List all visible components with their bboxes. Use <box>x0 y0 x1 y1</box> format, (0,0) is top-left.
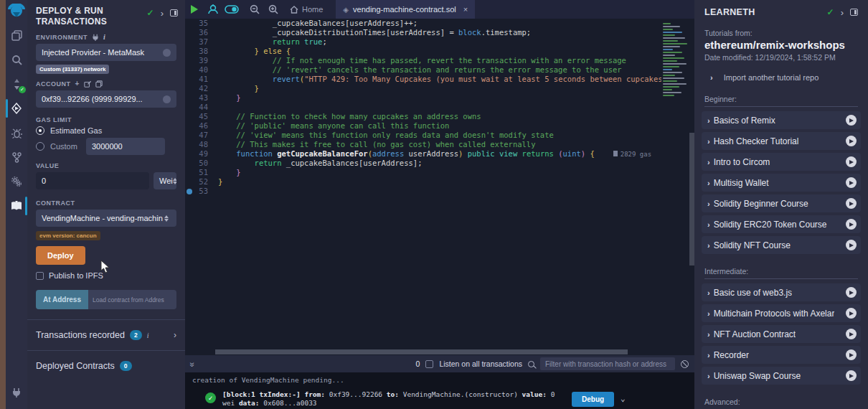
code-line[interactable]: 45 // Function to check how many cupcake… <box>185 112 661 121</box>
settings-icon[interactable] <box>6 169 27 194</box>
code-line[interactable]: 36 _cupcakeDistributionTimes[userAddress… <box>185 28 661 37</box>
code-line[interactable]: 41 revert("HTTP 429: Too Many Cupcakes (… <box>185 75 661 84</box>
code-line[interactable]: 44 <box>185 103 661 112</box>
code-line[interactable]: 39 // If not enough time has passed, rev… <box>185 56 661 65</box>
code-line[interactable]: 42 } <box>185 84 661 93</box>
search-icon[interactable] <box>6 47 27 72</box>
breakpoint-margin[interactable] <box>185 93 194 103</box>
play-icon[interactable] <box>846 308 857 319</box>
breakpoint-dot[interactable] <box>185 187 194 196</box>
tutorial-item[interactable]: ›Basic use of web3.js <box>702 283 861 301</box>
terminal-filter-input[interactable] <box>540 357 675 370</box>
remix-logo[interactable] <box>6 0 27 23</box>
code-line[interactable]: 53 <box>185 187 661 196</box>
tab-vending-machine-contract[interactable]: ◈ vending-machine-contract.sol × <box>336 0 475 19</box>
estimated-gas-option[interactable]: Estimated Gas <box>36 126 176 135</box>
tutorial-item[interactable]: ›Hash Checker Tutorial <box>702 132 861 150</box>
play-icon[interactable] <box>846 349 857 360</box>
minimap[interactable] <box>663 23 689 346</box>
learneth-pin-icon[interactable] <box>850 9 858 16</box>
breakpoint-margin[interactable] <box>185 84 194 93</box>
clear-terminal-icon[interactable] <box>681 360 689 368</box>
tutorial-item[interactable]: ›Solidity NFT Course <box>702 236 861 254</box>
run-script-button[interactable] <box>185 0 204 19</box>
plug-icon[interactable] <box>92 34 99 41</box>
custom-gas-option[interactable]: Custom <box>36 138 176 155</box>
play-icon[interactable] <box>846 219 857 230</box>
deploy-button[interactable]: Deploy <box>36 246 85 265</box>
import-tutorial-row[interactable]: › Import another tutorial repo <box>694 62 868 85</box>
transactions-expand-icon[interactable]: › <box>174 330 176 340</box>
breakpoint-margin[interactable] <box>185 131 194 140</box>
debugger-icon[interactable] <box>6 121 27 145</box>
play-icon[interactable] <box>846 177 857 188</box>
toggle-switch-icon[interactable] <box>222 0 241 19</box>
debug-button[interactable]: Debug <box>572 392 614 407</box>
code-line[interactable]: 51 } <box>185 168 661 177</box>
environment-info-icon[interactable]: i <box>103 33 105 41</box>
code-line[interactable]: 38 } else { <box>185 47 661 56</box>
account-select[interactable]: 0xf39...92266 (9999.99929... <box>36 90 176 108</box>
value-unit-select[interactable]: Wei <box>154 172 176 189</box>
terminal-expand-icon[interactable]: » <box>187 362 197 366</box>
play-icon[interactable] <box>846 329 857 339</box>
tutorial-item[interactable]: ›Basics of Remix <box>702 111 861 129</box>
learneth-icon[interactable] <box>6 194 27 218</box>
breakpoint-margin[interactable] <box>185 28 194 37</box>
code-line[interactable]: 46 // 'public' means anyone can call thi… <box>185 121 661 131</box>
breakpoint-margin[interactable] <box>185 159 194 168</box>
custom-gas-radio[interactable] <box>36 142 44 151</box>
tutorial-item[interactable]: ›Multichain Protocols with Axelar <box>702 304 861 322</box>
edit-account-icon[interactable] <box>84 80 91 88</box>
breakpoint-margin[interactable] <box>185 168 194 177</box>
estimated-gas-radio[interactable] <box>36 126 44 135</box>
play-icon[interactable] <box>846 156 857 167</box>
at-address-button[interactable]: At Address <box>36 290 88 309</box>
editor-horizontal-scrollbar[interactable] <box>215 349 628 354</box>
code-line[interactable]: 47 // 'view' means this function only re… <box>185 131 661 140</box>
code-line[interactable]: 43 } <box>185 93 661 103</box>
tab-close-icon[interactable]: × <box>463 5 468 14</box>
play-icon[interactable] <box>846 287 857 298</box>
transactions-recorded-row[interactable]: Transactions recorded 2 i › <box>27 320 185 350</box>
code-line[interactable]: 49 function getCupcakeBalanceFor(address… <box>185 149 661 159</box>
plugin-connector-icon[interactable] <box>6 380 27 405</box>
solidity-compiler-icon[interactable]: ✓ <box>6 72 27 96</box>
environment-select[interactable]: Injected Provider - MetaMask <box>36 44 176 61</box>
code-line[interactable]: 40 // 'revert' cancels the transaction a… <box>185 65 661 75</box>
code-lines[interactable]: 35 _cupcakeBalances[userAddress]++;36 _c… <box>185 19 661 349</box>
breakpoint-margin[interactable] <box>185 47 194 56</box>
code-line[interactable]: 50 return _cupcakeBalances[userAddress]; <box>185 159 661 168</box>
assistant-icon[interactable] <box>204 0 222 19</box>
tutorial-item[interactable]: ›NFT Auction Contract <box>702 325 861 343</box>
publish-ipfs-checkbox[interactable] <box>36 272 44 280</box>
deployed-contracts-row[interactable]: Deployed Contracts 0 <box>27 351 185 381</box>
value-input[interactable] <box>36 172 149 189</box>
listen-checkbox[interactable] <box>425 360 433 368</box>
code-line[interactable]: 35 _cupcakeBalances[userAddress]++; <box>185 19 661 28</box>
breakpoint-margin[interactable] <box>185 140 194 149</box>
home-tab[interactable]: Home <box>283 0 330 19</box>
panel-pin-icon[interactable] <box>170 9 178 17</box>
breakpoint-margin[interactable] <box>185 37 194 47</box>
tutorial-item[interactable]: ›Recorder <box>702 346 861 364</box>
tutorial-item[interactable]: ›Uniswap Swap Course <box>702 367 861 385</box>
tx-expand-icon[interactable]: ⌄ <box>621 394 626 403</box>
file-explorer-icon[interactable] <box>6 23 27 47</box>
zoom-in-icon[interactable] <box>264 0 283 19</box>
code-line[interactable]: 48 // This makes it free to call (no gas… <box>185 140 661 149</box>
deploy-run-icon[interactable] <box>6 96 27 121</box>
tutorial-item[interactable]: ›Intro to Circom <box>702 153 861 171</box>
code-line[interactable]: 52} <box>185 177 661 187</box>
breakpoint-margin[interactable] <box>185 177 194 187</box>
play-icon[interactable] <box>846 370 857 381</box>
copy-account-icon[interactable] <box>95 80 103 88</box>
tutorial-item[interactable]: ›Multisig Wallet <box>702 174 861 192</box>
play-icon[interactable] <box>846 240 857 250</box>
transactions-info-icon[interactable]: i <box>147 332 149 339</box>
git-icon[interactable] <box>6 145 27 169</box>
breakpoint-margin[interactable] <box>185 65 194 75</box>
breakpoint-margin[interactable] <box>185 19 194 28</box>
tutorial-item[interactable]: ›Solidity ERC20 Token Course <box>702 215 861 233</box>
tutorial-item[interactable]: ›Solidity Beginner Course <box>702 194 861 212</box>
